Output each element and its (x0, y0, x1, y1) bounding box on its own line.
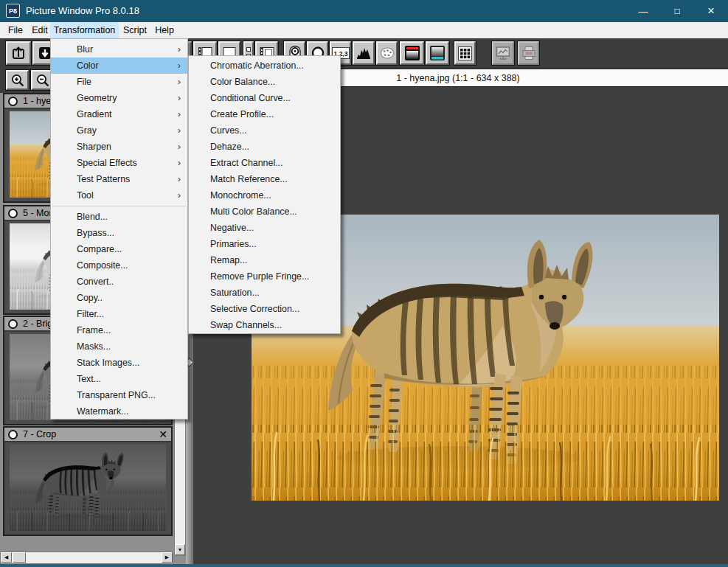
menu-item-label: Blend... (77, 209, 108, 225)
menu-item[interactable]: Filter... (51, 306, 187, 322)
menu-separator (52, 206, 186, 206)
menu-item[interactable]: Gradient › (51, 106, 187, 122)
menu-item[interactable]: Color Balance... (189, 74, 340, 90)
zoom-out-icon (35, 73, 50, 88)
radio-dot-icon[interactable] (8, 319, 18, 329)
menu-item[interactable]: Monochrome... (189, 187, 340, 204)
menubar-item[interactable]: Edit (28, 22, 52, 38)
panel-titlebar[interactable]: 7 - Crop ✕ (4, 428, 171, 442)
menu-item[interactable]: Compare... (51, 241, 187, 257)
menu-item[interactable]: Extract Channel... (189, 155, 340, 171)
menu-item[interactable]: Selective Correction... (189, 301, 340, 317)
menu-item-label: Tool (77, 187, 94, 204)
transformation-menu: Blur › Color › File › Geometry › (50, 38, 188, 420)
menu-item[interactable]: Match Reference... (189, 171, 340, 187)
close-button[interactable]: × (694, 0, 728, 22)
menu-item[interactable]: Transparent PNG... (51, 387, 187, 403)
menu-item-label: Blur (77, 41, 93, 58)
scroll-down-button[interactable]: ▼ (175, 544, 185, 555)
zoom-in-button[interactable] (6, 70, 29, 90)
white-point-icon (429, 45, 446, 61)
menu-item[interactable]: Watermark... (51, 403, 187, 420)
menu-item-label: Filter... (77, 306, 104, 322)
grid-button[interactable] (454, 41, 476, 65)
open-button[interactable] (6, 41, 31, 65)
menu-item[interactable]: Primaries... (189, 236, 340, 252)
menu-item[interactable]: Test Patterns › (51, 171, 187, 187)
histogram-button[interactable] (353, 41, 375, 65)
menu-item-label: Compare... (77, 241, 122, 257)
minimize-button[interactable]: — (626, 0, 660, 22)
menu-item-label: Create Profile... (210, 106, 274, 122)
sidebar-horizontal-scrollbar[interactable]: ◀ ▶ (0, 552, 173, 564)
menu-item[interactable]: Chromatic Aberration... (189, 58, 340, 74)
window-controls: — □ × (626, 0, 728, 22)
menu-item-label: File (77, 74, 91, 90)
menu-item-label: Monochrome... (210, 187, 271, 204)
menu-item-label: Masks... (77, 338, 111, 355)
menubar-item[interactable]: Script (120, 22, 150, 38)
maximize-icon: □ (674, 6, 679, 16)
menu-item[interactable]: Stack Images... (51, 355, 187, 371)
menu-item[interactable]: Gray › (51, 122, 187, 139)
menu-item[interactable]: Sharpen › (51, 139, 187, 155)
menu-item[interactable]: Tool › (51, 187, 187, 204)
menu-item[interactable]: Blend... (51, 209, 187, 225)
window-titlebar[interactable]: P8 Picture Window Pro 8.0.18 — □ × (0, 0, 728, 22)
menu-item[interactable]: Conditional Curve... (189, 90, 340, 106)
menu-item[interactable]: File › (51, 74, 187, 90)
app-window: P8 Picture Window Pro 8.0.18 — □ × File … (0, 0, 728, 567)
scroll-left-button[interactable]: ◀ (1, 552, 12, 563)
panel-thumbnail[interactable] (4, 442, 171, 533)
menubar-item[interactable]: File (3, 22, 28, 38)
menu-item[interactable]: Bypass... (51, 225, 187, 241)
color-submenu: Chromatic Aberration... Color Balance...… (188, 55, 341, 334)
maximize-button[interactable]: □ (660, 0, 694, 22)
menu-item[interactable]: Geometry › (51, 90, 187, 106)
close-icon: × (707, 4, 715, 18)
white-point-button[interactable] (426, 41, 449, 65)
menu-item[interactable]: Text... (51, 371, 187, 387)
menu-item[interactable]: Blur › (51, 41, 187, 58)
radio-dot-icon[interactable] (8, 209, 18, 218)
menu-item[interactable]: Curves... (189, 122, 340, 139)
radio-dot-icon[interactable] (8, 430, 18, 439)
scroll-down-icon: ▼ (178, 547, 183, 552)
scroll-right-button[interactable]: ▶ (162, 552, 173, 563)
menu-item[interactable]: Remove Purple Fringe... (189, 268, 340, 285)
menu-item-label: Saturation... (210, 285, 260, 301)
menu-item[interactable]: Swap Channels... (189, 317, 340, 333)
menu-item[interactable]: Special Effects › (51, 155, 187, 171)
menu-item-label: Conditional Curve... (210, 90, 291, 106)
menu-item-label: Remove Purple Fringe... (210, 268, 309, 285)
menu-item[interactable]: Multi Color Balance... (189, 204, 340, 220)
menu-item[interactable]: Frame... (51, 322, 187, 338)
panel-close-icon[interactable]: ✕ (159, 429, 167, 439)
menu-item[interactable]: Color › (51, 58, 187, 74)
menu-item[interactable]: Composite... (51, 257, 187, 274)
image-panel[interactable]: 7 - Crop ✕ (3, 426, 173, 536)
app-icon-text: P8 (9, 7, 17, 15)
radio-dot-icon[interactable] (8, 97, 18, 106)
palette-button[interactable] (376, 41, 398, 65)
menu-item[interactable]: Saturation... (189, 285, 340, 301)
menu-item[interactable]: Convert.. (51, 274, 187, 290)
menu-item[interactable]: Create Profile... (189, 106, 340, 122)
menu-item[interactable]: Masks... (51, 338, 187, 355)
transformation-submenu-group: Blur › Color › File › Geometry › (51, 41, 187, 204)
submenu-arrow-icon: › (178, 74, 181, 90)
menu-item[interactable]: Copy.. (51, 290, 187, 306)
horizontal-scroll-thumb[interactable] (13, 552, 26, 563)
menubar-item[interactable]: Transformation (50, 22, 119, 38)
menu-item-label: Test Patterns (77, 171, 130, 187)
menu-item[interactable]: Dehaze... (189, 139, 340, 155)
scroll-right-icon: ▶ (165, 554, 169, 560)
black-point-button[interactable] (400, 41, 424, 65)
menu-item[interactable]: Negative... (189, 220, 340, 236)
thumbnail-image[interactable] (10, 445, 166, 531)
submenu-arrow-icon: › (178, 41, 181, 58)
menubar-item[interactable]: Help (151, 22, 178, 38)
menu-item-label: Frame... (77, 322, 111, 338)
histogram-icon (356, 46, 372, 60)
menu-item[interactable]: Remap... (189, 252, 340, 268)
